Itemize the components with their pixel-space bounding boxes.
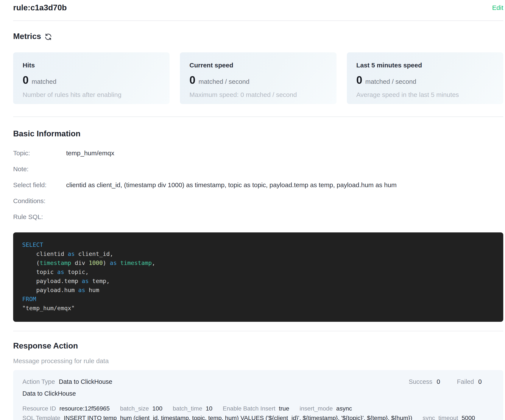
failed-value: 0	[478, 378, 482, 385]
param-label: Enable Batch Insert	[223, 405, 275, 412]
param-resource-id: Resource ID resource:12f56965	[22, 405, 110, 412]
metric-value-row: 0 matched / second	[189, 75, 327, 86]
info-label: Note:	[13, 165, 66, 173]
info-value: clientid as client_id, (timestamp div 10…	[66, 181, 397, 189]
metric-card-title: Current speed	[189, 61, 327, 69]
info-row-rule-sql: Rule SQL:	[13, 213, 503, 229]
metric-description: Maximum speed: 0 matched / second	[189, 91, 327, 99]
action-type-group: Action Type Data to ClickHouse	[22, 378, 112, 385]
info-row-note: Note:	[13, 165, 503, 181]
param-label: sync_timeout	[423, 415, 458, 420]
param-value: resource:12f56965	[59, 405, 110, 412]
divider	[13, 117, 503, 117]
metric-value: 0	[356, 75, 362, 86]
action-name: Data to ClickHouse	[22, 390, 482, 397]
param-value: async	[336, 405, 352, 412]
param-label: batch_time	[173, 405, 202, 412]
rule-sql-code: SELECT clientid as client_id, (timestamp…	[13, 232, 503, 322]
metric-card-title: Last 5 minutes speed	[356, 61, 494, 69]
divider	[13, 331, 503, 331]
page-title: rule:c1a3d70b	[13, 3, 67, 13]
param-insert-mode: insert_mode async	[299, 405, 352, 412]
page-header: rule:c1a3d70b Edit	[13, 0, 503, 13]
action-card: Action Type Data to ClickHouse Success 0…	[13, 370, 503, 420]
metric-description: Average speed in the last 5 minutes	[356, 91, 494, 99]
metric-card-hits: Hits 0 matched Number of rules hits afte…	[13, 52, 170, 104]
info-label: Rule SQL:	[13, 213, 66, 221]
metric-unit: matched	[32, 78, 57, 85]
param-label: Resource ID	[22, 405, 56, 412]
action-metrics-group: Success 0 Failed 0	[409, 378, 482, 385]
action-params-row-1: Resource ID resource:12f56965 batch_size…	[22, 405, 482, 412]
param-label: insert_mode	[299, 405, 333, 412]
info-value: temp_hum/emqx	[66, 149, 114, 157]
metrics-section-header: Metrics	[13, 32, 503, 41]
param-label: SQL Template	[22, 415, 60, 420]
refresh-icon[interactable]	[44, 33, 52, 41]
param-batch-time: batch_time 10	[173, 405, 212, 412]
param-value: true	[279, 405, 289, 412]
info-label: Topic:	[13, 149, 66, 157]
metric-value-row: 0 matched	[23, 75, 160, 86]
param-value: INSERT INTO temp_hum (client_id, timesta…	[64, 415, 412, 420]
failed-label: Failed	[457, 378, 474, 385]
param-sync-timeout: sync_timeout 5000	[423, 415, 475, 420]
metric-card-title: Hits	[23, 61, 160, 69]
action-params-row-2: SQL Template INSERT INTO temp_hum (clien…	[22, 415, 482, 420]
param-sql-template: SQL Template INSERT INTO temp_hum (clien…	[22, 415, 412, 420]
response-action-subtitle: Message processing for rule data	[13, 357, 503, 365]
edit-link[interactable]: Edit	[492, 3, 503, 12]
info-row-conditions: Conditions:	[13, 197, 503, 213]
info-label: Conditions:	[13, 197, 66, 205]
action-card-top-row: Action Type Data to ClickHouse Success 0…	[22, 378, 482, 385]
info-row-select-field: Select field: clientid as client_id, (ti…	[13, 181, 503, 197]
basic-information-heading: Basic Information	[13, 129, 503, 138]
param-value: 10	[206, 405, 212, 412]
action-type-value: Data to ClickHouse	[59, 378, 112, 385]
rule-detail-page: rule:c1a3d70b Edit Metrics Hits 0 matche…	[0, 0, 505, 420]
metrics-heading: Metrics	[13, 32, 41, 41]
response-action-heading: Response Action	[13, 341, 503, 351]
success-label: Success	[409, 378, 432, 385]
metric-unit: matched / second	[198, 78, 249, 85]
metric-card-last-5-minutes-speed: Last 5 minutes speed 0 matched / second …	[347, 52, 503, 104]
metric-value-row: 0 matched / second	[356, 75, 494, 86]
action-type-label: Action Type	[22, 378, 55, 385]
metric-value: 0	[23, 75, 29, 86]
info-row-topic: Topic: temp_hum/emqx	[13, 149, 503, 165]
param-value: 100	[152, 405, 163, 412]
metric-description: Number of rules hits after enabling	[23, 91, 160, 99]
divider	[13, 20, 503, 21]
metric-value: 0	[189, 75, 196, 86]
param-enable-batch-insert: Enable Batch Insert true	[223, 405, 289, 412]
metric-unit: matched / second	[365, 78, 416, 85]
metric-cards-row: Hits 0 matched Number of rules hits afte…	[13, 52, 503, 104]
basic-information-rows: Topic: temp_hum/emqx Note: Select field:…	[13, 149, 503, 229]
info-label: Select field:	[13, 181, 66, 189]
param-label: batch_size	[120, 405, 149, 412]
param-batch-size: batch_size 100	[120, 405, 163, 412]
metric-card-current-speed: Current speed 0 matched / second Maximum…	[180, 52, 336, 104]
success-value: 0	[437, 378, 440, 385]
param-value: 5000	[462, 415, 475, 420]
